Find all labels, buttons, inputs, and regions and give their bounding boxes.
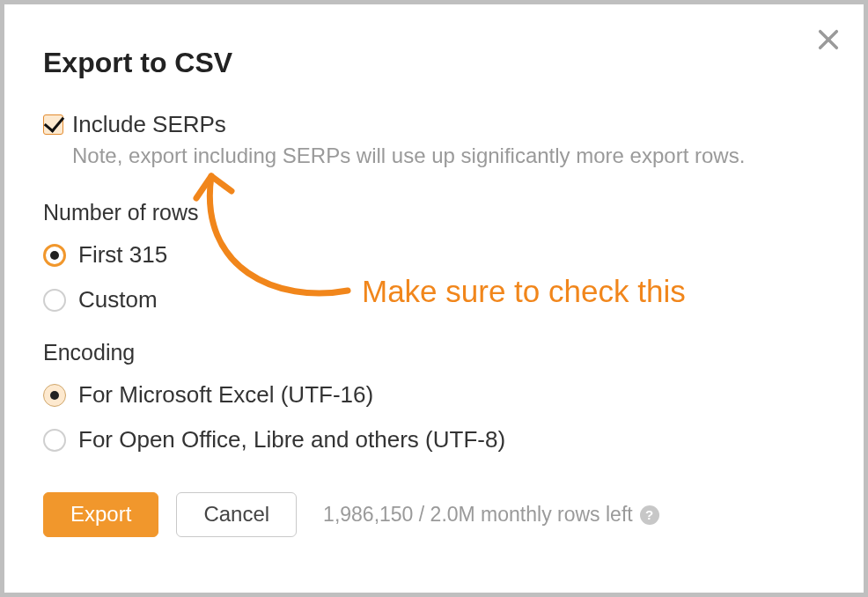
rows-radio-group: First 315 Custom [43,241,825,313]
quota-value: 1,986,150 / 2.0M monthly rows left [323,503,633,527]
include-serps-note: Note, export including SERPs will use up… [72,142,745,170]
include-serps-text: Include SERPs Note, export including SER… [72,111,745,170]
radio-selected-icon[interactable] [43,244,66,267]
rows-option-first[interactable]: First 315 [43,241,825,269]
help-icon[interactable]: ? [640,505,659,525]
export-csv-modal: Export to CSV Include SERPs Note, export… [4,4,864,593]
include-serps-label: Include SERPs [72,111,745,138]
close-button[interactable] [816,27,841,55]
modal-title: Export to CSV [43,47,825,79]
rows-option-label: Custom [78,286,158,313]
rows-section-label: Number of rows [43,200,825,225]
close-icon [816,40,841,55]
encoding-option-excel[interactable]: For Microsoft Excel (UTF-16) [43,381,825,409]
radio-selected-icon[interactable] [43,384,66,407]
encoding-option-label: For Open Office, Libre and others (UTF-8… [78,426,505,453]
include-serps-row[interactable]: Include SERPs Note, export including SER… [43,111,825,170]
encoding-radio-group: For Microsoft Excel (UTF-16) For Open Of… [43,381,825,453]
include-serps-checkbox[interactable] [43,114,63,135]
encoding-option-openoffice[interactable]: For Open Office, Libre and others (UTF-8… [43,426,825,453]
encoding-option-label: For Microsoft Excel (UTF-16) [78,381,373,409]
export-button[interactable]: Export [43,492,158,537]
modal-footer: Export Cancel 1,986,150 / 2.0M monthly r… [43,492,825,537]
radio-unselected-icon[interactable] [43,289,66,312]
rows-option-custom[interactable]: Custom [43,286,825,313]
cancel-button[interactable]: Cancel [176,492,297,537]
encoding-section-label: Encoding [43,340,825,365]
quota-text: 1,986,150 / 2.0M monthly rows left ? [323,503,659,527]
rows-option-label: First 315 [78,241,167,269]
radio-unselected-icon[interactable] [43,429,66,452]
